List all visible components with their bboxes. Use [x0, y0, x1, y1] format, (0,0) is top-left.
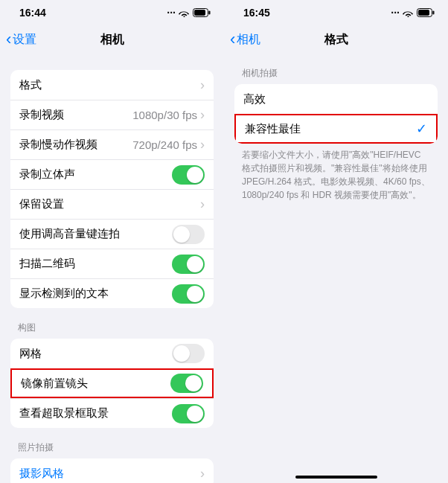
row-兼容性最佳[interactable]: 兼容性最佳✓ [234, 114, 438, 144]
row-label: 使用调高音量键连拍 [19, 227, 120, 241]
switch-knob [173, 226, 190, 243]
status-bar: 16:45 ··· [224, 0, 448, 25]
page-title: 格式 [224, 32, 448, 48]
row-label: 摄影风格 [19, 467, 64, 481]
row-扫描二维码[interactable]: 扫描二维码 [10, 249, 214, 278]
row-label: 录制立体声 [19, 167, 75, 182]
row-label: 显示检测到的文本 [19, 287, 109, 301]
footnote-formats: 若要缩小文件大小，请使用"高效"HEIF/HEVC 格式拍摄照片和视频。"兼容性… [234, 144, 438, 206]
row-label: 格式 [19, 78, 42, 92]
switch-knob [187, 167, 203, 183]
nav-bar: ‹ 相机 格式 [224, 25, 448, 54]
wifi-icon [403, 9, 414, 17]
row-label: 网格 [19, 347, 42, 361]
settings-group-composition: 网格镜像前置镜头查看超取景框取景 [10, 339, 214, 428]
battery-icon [193, 8, 211, 17]
chevron-right-icon: › [200, 137, 205, 153]
row-label: 镜像前置镜头 [21, 377, 88, 391]
status-bar: 16:44 ··· [0, 0, 224, 25]
nav-bar: ‹ 设置 相机 [0, 25, 224, 54]
page-title: 相机 [0, 32, 224, 48]
content: 格式›录制视频1080p/30 fps›录制慢动作视频720p/240 fps›… [0, 54, 224, 483]
chevron-right-icon: › [200, 77, 205, 93]
row-detail: › [197, 77, 205, 93]
chevron-right-icon: › [200, 466, 205, 482]
row-格式[interactable]: 格式› [10, 70, 214, 100]
chevron-right-icon: › [200, 107, 205, 123]
row-detail: 1080p/30 fps› [132, 107, 205, 123]
row-保留设置[interactable]: 保留设置› [10, 189, 214, 219]
row-label: 查看超取景框取景 [19, 406, 109, 420]
settings-group-capture: 摄影风格› [10, 458, 214, 483]
row-detail: › [197, 196, 205, 212]
switch-knob [187, 406, 203, 422]
section-header-capture: 照片拍摄 [10, 428, 214, 458]
switch[interactable] [172, 165, 205, 185]
svg-rect-4 [418, 10, 429, 16]
section-header-capture: 相机拍摄 [234, 54, 438, 84]
row-label: 录制慢动作视频 [19, 138, 97, 152]
svg-rect-2 [209, 11, 211, 15]
content: 相机拍摄 高效兼容性最佳✓ 若要缩小文件大小，请使用"高效"HEIF/HEVC … [224, 54, 448, 483]
row-label: 兼容性最佳 [245, 122, 301, 136]
row-录制立体声[interactable]: 录制立体声 [10, 159, 214, 189]
row-label: 扫描二维码 [19, 257, 75, 271]
switch[interactable] [172, 225, 205, 244]
formats-screen: 16:45 ··· ‹ 相机 格式 相机拍摄 高效兼容性最佳✓ 若要缩小文件大小… [224, 0, 448, 483]
row-录制视频[interactable]: 录制视频1080p/30 fps› [10, 100, 214, 129]
battery-icon [417, 8, 435, 17]
row-镜像前置镜头[interactable]: 镜像前置镜头 [10, 368, 214, 398]
switch-knob [173, 345, 190, 362]
row-detail: 720p/240 fps› [132, 137, 205, 153]
row-label: 保留设置 [19, 197, 64, 211]
dots-icon: ··· [391, 7, 400, 19]
switch[interactable] [172, 255, 205, 274]
switch[interactable] [172, 284, 205, 304]
switch[interactable] [172, 404, 205, 423]
row-查看超取景框取景[interactable]: 查看超取景框取景 [10, 398, 214, 428]
status-time: 16:45 [243, 7, 270, 19]
status-time: 16:44 [19, 7, 46, 19]
row-label: 高效 [243, 92, 266, 106]
switch[interactable] [170, 374, 203, 393]
dots-icon: ··· [167, 7, 176, 19]
svg-rect-5 [433, 11, 435, 15]
row-使用调高音量键连拍[interactable]: 使用调高音量键连拍 [10, 219, 214, 249]
row-网格[interactable]: 网格 [10, 339, 214, 368]
status-icons: ··· [391, 7, 435, 19]
row-显示检测到的文本[interactable]: 显示检测到的文本 [10, 278, 214, 308]
switch-knob [187, 256, 203, 272]
row-录制慢动作视频[interactable]: 录制慢动作视频720p/240 fps› [10, 129, 214, 159]
svg-rect-1 [194, 10, 205, 16]
chevron-right-icon: › [200, 196, 205, 212]
switch-knob [185, 375, 202, 391]
switch[interactable] [172, 344, 205, 363]
camera-settings-screen: 16:44 ··· ‹ 设置 相机 格式›录制视频1080p/30 fps›录制… [0, 0, 224, 483]
settings-group-main: 格式›录制视频1080p/30 fps›录制慢动作视频720p/240 fps›… [10, 70, 214, 308]
formats-list: 高效兼容性最佳✓ [234, 84, 438, 144]
wifi-icon [179, 9, 190, 17]
row-摄影风格[interactable]: 摄影风格› [10, 458, 214, 483]
checkmark-icon: ✓ [416, 121, 427, 137]
home-indicator[interactable] [295, 476, 377, 479]
section-header-composition: 构图 [10, 308, 214, 339]
status-icons: ··· [167, 7, 211, 19]
row-高效[interactable]: 高效 [234, 84, 438, 114]
switch-knob [187, 286, 203, 302]
row-label: 录制视频 [19, 108, 64, 122]
